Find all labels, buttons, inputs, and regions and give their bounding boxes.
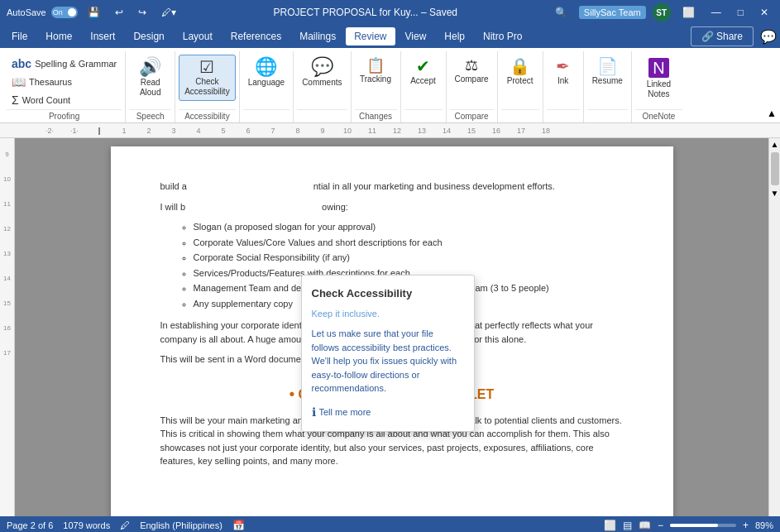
onenote-group-label: OneNote [635, 109, 682, 122]
check-accessibility-button[interactable]: ☑ CheckAccessibility [179, 55, 235, 101]
toggle-state: On [53, 8, 63, 17]
menu-bar: File Home Insert Design Layout Reference… [0, 25, 780, 48]
menu-home[interactable]: Home [37, 27, 80, 46]
ribbon-group-protect: 🔒 Protect [498, 51, 543, 122]
spelling-grammar-button[interactable]: abc Spelling & Grammar [7, 55, 122, 73]
accessibility-popup: Check Accessibility Keep it inclusive. L… [301, 275, 475, 432]
menu-mailings[interactable]: Mailings [291, 27, 344, 46]
autosave-toggle[interactable]: On [51, 7, 78, 18]
protect-button[interactable]: 🔒 Protect [502, 55, 538, 89]
comments-button[interactable]: 💬 Comments [297, 55, 347, 91]
accept-button[interactable]: ✔ Accept [405, 55, 441, 89]
zoom-slider[interactable] [670, 524, 736, 527]
resume-group-label [587, 109, 628, 122]
ribbon-group-resume: 📄 Resume [584, 51, 632, 122]
ribbon-toggle-button[interactable]: ⬜ [677, 7, 700, 18]
calendar-icon: 📅 [232, 520, 245, 531]
scrollbar[interactable]: ▲ ▼ [768, 138, 780, 516]
search-button[interactable]: 🔍 [550, 7, 572, 18]
thesaurus-icon: 📖 [12, 75, 26, 89]
ink-group-label [547, 109, 580, 122]
menu-help[interactable]: Help [436, 27, 473, 46]
tell-me-more-link[interactable]: ℹ Tell me more [312, 404, 464, 421]
accessibility-status-icon: 🖊 [120, 520, 130, 531]
menu-nitro[interactable]: Nitro Pro [475, 27, 530, 46]
check-accessibility-label: CheckAccessibility [184, 77, 229, 97]
wordcount-button[interactable]: Σ Word Count [7, 91, 122, 109]
layout-icon[interactable]: ▤ [623, 520, 632, 531]
ribbon-expand[interactable]: ▲ [767, 108, 777, 119]
read-icon[interactable]: 📖 [639, 520, 651, 531]
accept-icon: ✔ [416, 58, 430, 74]
zoom-in-icon[interactable]: + [743, 520, 749, 531]
menu-layout[interactable]: Layout [175, 27, 221, 46]
readaloud-icon: 🔊 [139, 58, 161, 76]
onenote-icon: N [648, 58, 668, 78]
avatar[interactable]: ST [653, 3, 671, 22]
ribbon-group-accept: ✔ Accept [401, 51, 447, 122]
language-status: English (Philippines) [140, 520, 223, 530]
title-bar: AutoSave On 💾 ↩ ↪ 🖊▾ PROJECT PROPOSAL fo… [0, 0, 780, 25]
close-button[interactable]: ✕ [755, 7, 773, 18]
protect-group-label [501, 109, 539, 122]
ribbon-group-comments: 💬 Comments [294, 51, 351, 122]
compare-icon: ⚖ [465, 58, 478, 73]
tracking-button[interactable]: 📋 Tracking [355, 55, 396, 88]
popup-description: Let us make sure that your file follows … [312, 327, 464, 395]
autosave-label: AutoSave [7, 7, 46, 17]
focus-icon[interactable]: ⬜ [604, 520, 616, 531]
horizontal-ruler: ·2· ·1· | 1 2 3 4 5 6 7 8 9 10 11 12 13 … [0, 123, 780, 138]
redo-button[interactable]: ↪ [133, 7, 151, 18]
tracking-group-label: Changes [355, 109, 397, 122]
ribbon-group-ink: ✒ Ink [543, 51, 584, 122]
document-page[interactable]: build a ntial in all your marketing and … [111, 146, 673, 516]
ribbon-group-speech: 🔊 ReadAloud Speech [126, 51, 175, 122]
ink-icon: ✒ [556, 58, 570, 74]
ribbon-group-proofing: abc Spelling & Grammar 📖 Thesaurus Σ Wor… [3, 51, 126, 122]
scroll-thumb[interactable] [771, 152, 779, 185]
customize-button[interactable]: 🖊▾ [156, 7, 181, 18]
menu-review[interactable]: Review [346, 27, 395, 46]
onenote-label: LinkedNotes [647, 79, 671, 99]
ink-button[interactable]: ✒ Ink [547, 55, 580, 89]
tracking-icon: 📋 [366, 58, 385, 73]
menu-insert[interactable]: Insert [82, 27, 123, 46]
compare-group-label: Compare [450, 109, 494, 122]
scroll-down-button[interactable]: ▼ [769, 187, 780, 199]
tracking-label: Tracking [360, 74, 391, 84]
word-count-status: 1079 words [63, 520, 110, 530]
wordcount-icon: Σ [12, 93, 19, 107]
minimize-button[interactable]: — [706, 7, 726, 18]
accept-group-label [404, 109, 443, 122]
share-button[interactable]: 🔗 Share [691, 26, 754, 46]
resume-button[interactable]: 📄 Resume [587, 55, 628, 89]
ribbon: abc Spelling & Grammar 📖 Thesaurus Σ Wor… [0, 48, 780, 123]
ribbon-group-tracking: 📋 Tracking Changes [352, 51, 401, 122]
wordcount-label: Word Count [22, 95, 71, 105]
scroll-up-button[interactable]: ▲ [769, 138, 780, 151]
onenote-button[interactable]: N LinkedNotes [642, 55, 676, 103]
comments-group-label [297, 109, 347, 122]
info-icon: ℹ [312, 404, 316, 421]
comments-panel-button[interactable]: 💬 [760, 29, 777, 45]
save-button[interactable]: 💾 [83, 7, 105, 18]
maximize-button[interactable]: □ [733, 7, 749, 18]
undo-button[interactable]: ↩ [110, 7, 128, 18]
document-area: build a ntial in all your marketing and … [15, 138, 768, 516]
zoom-level: 89% [755, 520, 773, 530]
language-button[interactable]: 🌐 Language [243, 55, 290, 91]
thesaurus-button[interactable]: 📖 Thesaurus [7, 73, 122, 91]
main-area: 9 10 11 12 13 14 15 16 17 build a ntial … [0, 138, 780, 516]
ink-label: Ink [557, 76, 568, 86]
spelling-icon: abc [12, 57, 31, 70]
menu-view[interactable]: View [397, 27, 435, 46]
menu-file[interactable]: File [3, 27, 36, 46]
document-title: PROJECT PROPOSAL for Kuy... – Saved [181, 7, 550, 18]
doc-paragraph-2: I will b owing: [160, 200, 624, 214]
compare-button[interactable]: ⚖ Compare [450, 55, 494, 88]
readaloud-button[interactable]: 🔊 ReadAloud [134, 55, 167, 101]
menu-design[interactable]: Design [125, 27, 172, 46]
zoom-out-icon[interactable]: − [658, 520, 663, 531]
menu-references[interactable]: References [223, 27, 290, 46]
ribbon-group-onenote: N LinkedNotes OneNote [632, 51, 686, 122]
